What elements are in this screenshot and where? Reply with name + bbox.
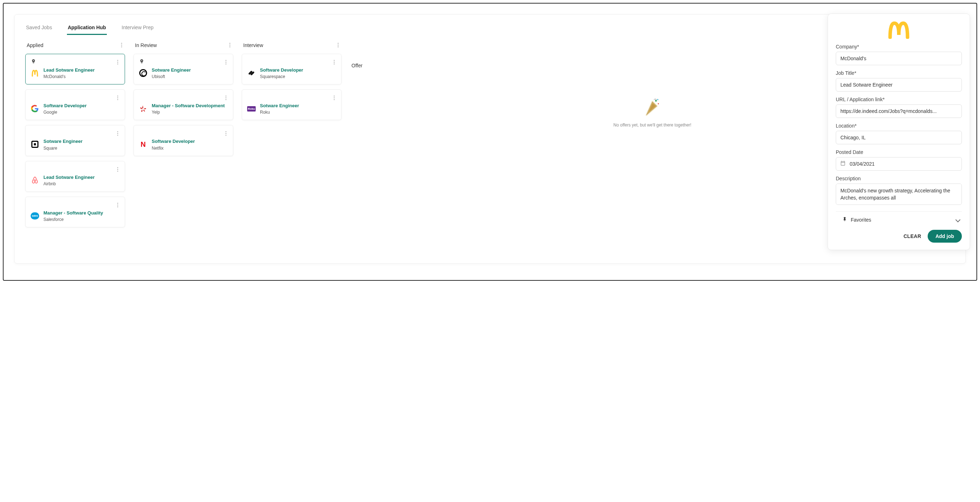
ubisoft-logo-icon — [139, 69, 148, 77]
job-card[interactable]: sales Manager - Software Quality Salesfo… — [25, 197, 125, 227]
card-menu-icon[interactable] — [224, 94, 228, 102]
mcdonalds-logo-icon — [30, 69, 39, 77]
card-company: Salesforce — [43, 217, 103, 222]
column-title: In Review — [135, 42, 157, 48]
clear-button[interactable]: CLEAR — [904, 233, 921, 239]
column-header-in-review: In Review — [134, 41, 233, 49]
favorites-row[interactable]: Favorites — [836, 211, 962, 223]
company-input[interactable] — [836, 52, 962, 65]
job-card[interactable]: Software Developer Google — [25, 89, 125, 120]
job-card[interactable]: $ Lead Sotware Engineer McDonald's — [25, 54, 125, 84]
panel-company-logo — [836, 21, 962, 40]
job-detail-panel: Company* Job Title* URL / Application li… — [827, 14, 970, 250]
card-menu-icon[interactable] — [224, 130, 228, 137]
job-card[interactable]: Roku Sotware Engineer Roku — [242, 89, 342, 120]
job-card[interactable]: $ Sotware Engineer Ubisoft — [134, 54, 233, 84]
google-logo-icon — [30, 104, 39, 113]
job-card[interactable]: Manager - Software Development Yelp — [134, 89, 233, 120]
card-job-title: Manager - Software Quality — [43, 210, 103, 216]
calendar-icon — [840, 160, 846, 167]
tab-application-hub[interactable]: Application Hub — [67, 21, 107, 35]
column-applied: Applied $ Lead S — [25, 41, 125, 232]
kanban-columns: Applied $ Lead S — [25, 41, 955, 232]
column-header-interview: Interview — [242, 41, 342, 49]
netflix-logo-icon: N — [139, 140, 148, 148]
card-menu-icon[interactable] — [116, 201, 120, 209]
card-menu-icon[interactable] — [116, 130, 120, 137]
description-label: Description — [836, 176, 962, 181]
url-input[interactable] — [836, 104, 962, 118]
pin-icon — [842, 217, 847, 223]
favorites-label-text: Favorites — [851, 217, 872, 223]
card-job-title: Lead Sotware Engineer — [43, 67, 95, 73]
add-job-button[interactable]: Add job — [928, 230, 962, 243]
tab-interview-prep[interactable]: Interview Prep — [121, 21, 154, 35]
confetti-icon — [643, 97, 661, 118]
card-menu-icon[interactable] — [332, 94, 336, 102]
chevron-down-icon — [955, 217, 961, 222]
quick-apply-badge-icon: $ — [30, 59, 36, 64]
column-interview: Interview Software Developer — [242, 41, 342, 232]
app-frame: Saved Jobs Application Hub Interview Pre… — [3, 3, 977, 281]
job-card[interactable]: Software Developer Squarespace — [242, 54, 342, 84]
location-input[interactable] — [836, 131, 962, 144]
svg-point-6 — [655, 100, 657, 102]
card-company: Google — [43, 110, 86, 115]
card-company: Square — [43, 146, 83, 151]
card-menu-icon[interactable] — [224, 59, 228, 66]
quick-apply-badge-icon: $ — [139, 59, 145, 64]
column-menu-icon[interactable] — [336, 41, 340, 49]
card-menu-icon[interactable] — [116, 166, 120, 173]
svg-point-7 — [658, 103, 659, 104]
job-card[interactable]: N Software Developer Netflix — [134, 125, 233, 156]
column-menu-icon[interactable] — [120, 41, 124, 49]
card-company: Netflix — [152, 146, 195, 151]
roku-logo-icon: Roku — [247, 104, 256, 113]
tabs-bar: Saved Jobs Application Hub Interview Pre… — [25, 21, 955, 35]
posted-date-input[interactable] — [836, 157, 962, 171]
description-textarea[interactable] — [836, 183, 962, 205]
column-title: Offer — [352, 63, 363, 69]
card-job-title: Software Developer — [260, 67, 303, 73]
board-container: Saved Jobs Application Hub Interview Pre… — [14, 14, 966, 264]
card-job-title: Sotware Engineer — [260, 103, 299, 109]
card-job-title: Lead Sotware Engineer — [43, 174, 95, 181]
square-logo-icon — [30, 140, 39, 148]
jobtitle-input[interactable] — [836, 78, 962, 92]
card-job-title: Sotware Engineer — [152, 67, 191, 73]
location-label: Location* — [836, 123, 962, 129]
card-job-title: Manager - Software Development — [152, 103, 225, 109]
svg-text:$: $ — [33, 60, 34, 62]
airbnb-logo-icon — [30, 176, 39, 185]
squarespace-logo-icon — [247, 69, 256, 77]
card-company: Roku — [260, 110, 299, 115]
card-company: Ubisoft — [152, 74, 191, 79]
url-label: URL / Application link* — [836, 97, 962, 102]
svg-text:$: $ — [142, 60, 142, 62]
posted-date-label: Posted Date — [836, 149, 962, 155]
tab-saved-jobs[interactable]: Saved Jobs — [25, 21, 53, 35]
card-menu-icon[interactable] — [116, 94, 120, 102]
column-title: Interview — [243, 42, 263, 48]
svg-rect-8 — [657, 99, 659, 100]
column-menu-icon[interactable] — [228, 41, 232, 49]
column-header-applied: Applied — [25, 41, 125, 49]
card-company: Yelp — [152, 110, 225, 115]
yelp-logo-icon — [139, 104, 148, 113]
card-menu-icon[interactable] — [116, 59, 120, 66]
card-job-title: Software Developer — [43, 103, 86, 109]
jobtitle-label: Job Title* — [836, 70, 962, 76]
card-company: McDonald's — [43, 74, 95, 79]
card-company: Airbnb — [43, 181, 95, 186]
column-title: Applied — [27, 42, 43, 48]
card-company: Squarespace — [260, 74, 303, 79]
job-card[interactable]: Lead Sotware Engineer Airbnb — [25, 161, 125, 192]
company-label: Company* — [836, 44, 962, 49]
card-job-title: Sotware Engineer — [43, 138, 83, 145]
card-menu-icon[interactable] — [332, 59, 336, 66]
svg-point-2 — [34, 180, 36, 181]
salesforce-logo-icon: sales — [30, 212, 39, 220]
card-job-title: Software Developer — [152, 138, 195, 145]
column-in-review: In Review $ Sotware Engineer U — [134, 41, 233, 232]
job-card[interactable]: Sotware Engineer Square — [25, 125, 125, 156]
